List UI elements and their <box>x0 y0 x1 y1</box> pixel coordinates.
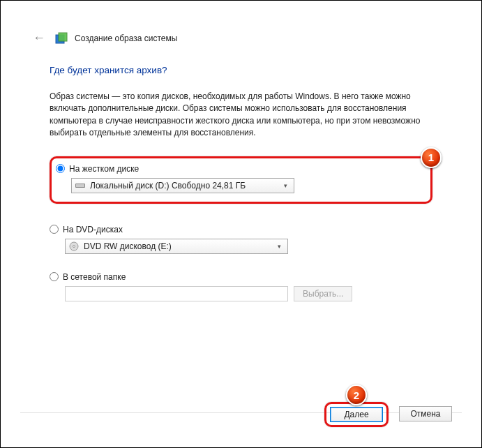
highlight-annotation-1: 1 На жестком диске Локальный диск (D:) С… <box>50 156 432 204</box>
dvd-icon <box>68 241 80 251</box>
chevron-down-icon: ▾ <box>273 243 285 250</box>
screenshot-frame: × ← Создание образа системы Где будет хр… <box>0 0 482 448</box>
browse-button[interactable]: Выбрать... <box>294 286 352 301</box>
callout-badge-1: 1 <box>421 147 442 168</box>
next-button[interactable]: Далее <box>330 407 383 422</box>
window-title: Создание образа системы <box>75 33 177 43</box>
hdd-drive-select[interactable]: Локальный диск (D:) Свободно 24,81 ГБ ▾ <box>71 178 294 193</box>
dvd-drive-select[interactable]: DVD RW дисковод (E:) ▾ <box>65 239 288 254</box>
system-image-icon <box>55 32 68 45</box>
svg-point-5 <box>73 245 75 247</box>
option-network-label: В сетевой папке <box>63 272 126 282</box>
dvd-selected-text: DVD RW дисковод (E:) <box>80 241 273 251</box>
radio-network[interactable] <box>50 272 59 281</box>
page-description: Образ системы — это копия дисков, необхо… <box>50 91 432 140</box>
radio-dvd[interactable] <box>50 225 59 234</box>
hdd-selected-text: Локальный диск (D:) Свободно 24,81 ГБ <box>86 181 280 191</box>
option-hdd-label: На жестком диске <box>69 164 139 174</box>
radio-hdd[interactable] <box>56 164 65 173</box>
wizard-footer <box>20 412 462 430</box>
page-heading: Где будет хранится архив? <box>50 65 432 75</box>
option-hdd-row: На жестком диске <box>56 164 423 174</box>
callout-badge-2: 2 <box>346 384 367 405</box>
cancel-button[interactable]: Отмена <box>399 406 452 421</box>
network-path-input[interactable] <box>65 286 288 301</box>
back-arrow-icon[interactable]: ← <box>30 31 48 45</box>
svg-rect-3 <box>76 184 84 187</box>
highlight-annotation-2: 2 Далее <box>324 402 389 427</box>
wizard-window: ← Создание образа системы Где будет хран… <box>20 18 462 430</box>
hdd-icon <box>75 182 86 189</box>
option-dvd-label: На DVD-дисках <box>63 225 123 234</box>
wizard-content: Где будет хранится архив? Образ системы … <box>20 50 462 301</box>
option-dvd-group: На DVD-дисках DVD RW дисковод (E:) ▾ <box>50 225 432 254</box>
option-network-group: В сетевой папке Выбрать... <box>50 272 432 301</box>
window-header: ← Создание образа системы <box>20 18 462 50</box>
svg-rect-1 <box>59 33 67 41</box>
chevron-down-icon: ▾ <box>280 182 291 189</box>
